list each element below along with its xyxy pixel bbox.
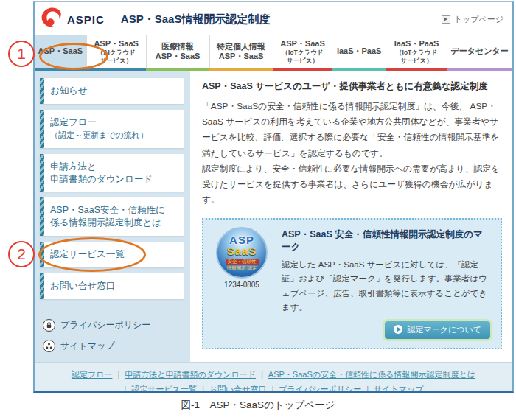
tab-sublabel: （IoTクラウド サービス）: [282, 49, 323, 63]
footer-separator: ｜: [199, 385, 207, 393]
tab-medical[interactable]: 医療情報ASP・SaaS: [147, 35, 210, 68]
tab-label: ASP・SaaS: [280, 39, 325, 49]
play-icon: [394, 325, 402, 334]
content-paragraph: 「ASP・SaaSの安全・信頼性に係る情報開示認定制度」は、今後、 ASP・Sa…: [202, 99, 502, 209]
sidebar: お知らせ認定フロー （認定～更新までの流れ）申請方法と 申請書類のダウンロードA…: [35, 71, 190, 362]
sidebar-item-flow[interactable]: 認定フロー （認定～更新までの流れ）: [40, 110, 184, 148]
tab-label: ASP・SaaS: [38, 46, 83, 56]
tab-asp-saas-ai[interactable]: ASP・SaaS（AIクラウド サービス）: [87, 35, 147, 68]
tab-label: 特定個人情報: [217, 42, 265, 52]
footer-nav: 認定フロー｜申請方法と申請書類のダウンロード｜ASP・SaaSの安全・信頼性に係…: [35, 362, 512, 393]
certification-mark-button[interactable]: 認定マークについて: [385, 321, 490, 339]
badge-line4: 情報開示 認定: [227, 266, 257, 271]
footer-link[interactable]: ASP・SaaSの安全・信頼性に係る情報開示認定制度とは: [268, 370, 475, 379]
lock-icon: [43, 319, 55, 332]
sidebar-item-label: 認定サービス一覧: [50, 249, 125, 259]
top-page-icon: [442, 15, 450, 24]
tab-personal-info[interactable]: 特定個人情報ASP・SaaS: [210, 35, 273, 68]
sidebar-utility-links: プライバシーポリシーサイトマップ: [38, 305, 185, 352]
certification-badge-icon: ASP SaaS 安全・信頼性 情報開示 認定: [216, 227, 268, 279]
top-page-link-label: トップページ: [454, 14, 503, 25]
sidebar-link-label: サイトマップ: [60, 340, 115, 352]
tab-label: IaaS・PaaS: [394, 39, 439, 49]
sidebar-link-label: プライバシーポリシー: [60, 319, 150, 332]
sidebar-menu: お知らせ認定フロー （認定～更新までの流れ）申請方法と 申請書類のダウンロードA…: [38, 78, 185, 299]
sidebar-link-privacy[interactable]: プライバシーポリシー: [43, 319, 185, 332]
mark-box-title: ASP・SaaS 安全・信頼性情報開示認定制度のマーク: [282, 228, 492, 253]
annotation-number-1: 1: [8, 41, 35, 67]
sitemap-icon: [43, 340, 55, 352]
top-page-link[interactable]: トップページ: [442, 14, 503, 25]
sidebar-item-news[interactable]: お知らせ: [40, 78, 184, 104]
annotation-number-2: 2: [8, 241, 35, 267]
sidebar-item-about[interactable]: ASP・SaaS安全・信頼性に 係る情報開示認定制度とは: [40, 197, 184, 236]
tab-sublabel: （IoTクラウド サービス）: [396, 49, 437, 63]
badge-line2: SaaS: [227, 245, 257, 256]
main-content: ASP・SaaS サービスのユーザ・提供事業者ともに有意義な認定制度 「ASP・…: [190, 71, 512, 362]
certification-mark-button-label: 認定マークについて: [407, 324, 481, 335]
tab-label: データセンター: [451, 46, 509, 56]
footer-separator: ｜: [363, 385, 372, 393]
content-heading: ASP・SaaS サービスのユーザ・提供事業者ともに有意義な認定制度: [202, 80, 502, 93]
certification-badge: ASP SaaS 安全・信頼性 情報開示 認定 1234-0805: [212, 227, 271, 340]
footer-link[interactable]: 申請方法と申請書類のダウンロード: [125, 370, 256, 379]
badge-line1: ASP: [229, 234, 254, 245]
sidebar-item-sublabel: （認定～更新までの流れ）: [50, 130, 148, 139]
sidebar-item-contact[interactable]: お問い合せ窓口: [40, 273, 184, 299]
site-header: ASPIC ASP・SaaS情報開示認定制度 トップページ: [35, 2, 512, 35]
badge-code: 1234-0805: [212, 281, 271, 289]
footer-separator: ｜: [258, 370, 266, 379]
page-title: ASP・SaaS情報開示認定制度: [121, 13, 271, 27]
footer-link[interactable]: お問い合せ窓口: [209, 385, 267, 393]
category-tab-bar: ASP・SaaSASP・SaaS（AIクラウド サービス）医療情報ASP・Saa…: [35, 35, 512, 68]
footer-link[interactable]: 認定フロー: [72, 370, 113, 379]
tab-datacenter[interactable]: データセンター: [447, 35, 512, 68]
certification-mark-box: ASP SaaS 安全・信頼性 情報開示 認定 1234-0805 ASP・Sa…: [202, 218, 502, 349]
sidebar-item-label: お知らせ: [50, 85, 88, 96]
sidebar-item-label: ASP・SaaS安全・信頼性に 係る情報開示認定制度とは: [50, 205, 165, 228]
tab-asp-saas-iot[interactable]: ASP・SaaS（IoTクラウド サービス）: [273, 35, 333, 68]
footer-line-2: ｜認定サービス一覧｜お問い合せ窓口｜プライバシーポリシー｜サイトマップ: [39, 382, 508, 393]
footer-link[interactable]: 認定サービス一覧: [131, 385, 197, 393]
tab-iaas-paas[interactable]: IaaS・PaaS: [332, 35, 386, 68]
sidebar-item-download[interactable]: 申請方法と 申請書類のダウンロード: [40, 154, 184, 192]
aspic-logo[interactable]: ASPIC: [41, 7, 105, 31]
sidebar-item-label: 認定フロー: [50, 117, 97, 127]
browser-page: ASPIC ASP・SaaS情報開示認定制度 トップページ ASP・SaaSAS…: [33, 1, 514, 393]
tab-iaas-paas-iot[interactable]: IaaS・PaaS（IoTクラウド サービス）: [386, 35, 447, 68]
tab-label: 医療情報: [161, 42, 194, 52]
aspic-logo-text: ASPIC: [67, 13, 105, 26]
footer-link[interactable]: プライバシーポリシー: [279, 385, 361, 393]
tab-sublabel: （AIクラウド サービス）: [97, 49, 136, 63]
footer-line-1: 認定フロー｜申請方法と申請書類のダウンロード｜ASP・SaaSの安全・信頼性に係…: [39, 368, 508, 382]
sidebar-item-label: 申請方法と 申請書類のダウンロード: [50, 161, 153, 184]
mark-box-text: ASP・SaaS 安全・信頼性情報開示認定制度のマーク 認定した ASP・Saa…: [282, 227, 492, 340]
tab-asp-saas[interactable]: ASP・SaaS: [35, 35, 87, 68]
sidebar-item-label: お問い合せ窓口: [50, 281, 115, 291]
footer-link[interactable]: サイトマップ: [374, 385, 424, 393]
badge-line3: 安全・信頼性: [226, 259, 259, 265]
footer-separator: ｜: [121, 385, 129, 393]
footer-separator: ｜: [268, 385, 276, 393]
tab-sublabel: ASP・SaaS: [219, 52, 264, 61]
footer-separator: ｜: [114, 370, 122, 379]
page-body: お知らせ認定フロー （認定～更新までの流れ）申請方法と 申請書類のダウンロードA…: [35, 71, 512, 362]
aspic-swoosh-icon: [41, 7, 64, 31]
tab-label: ASP・SaaS: [94, 39, 139, 49]
figure-caption: 図-1 ASP・SaaSのトップページ: [0, 399, 516, 412]
tab-label: IaaS・PaaS: [337, 46, 382, 56]
tab-sublabel: ASP・SaaS: [156, 52, 201, 61]
sidebar-item-services[interactable]: 認定サービス一覧: [40, 242, 184, 267]
sidebar-link-sitemap[interactable]: サイトマップ: [43, 340, 185, 352]
mark-box-body: 認定した ASP・SaaS サービスに対しては、「認定証」および「認定マーク」を…: [282, 258, 492, 315]
